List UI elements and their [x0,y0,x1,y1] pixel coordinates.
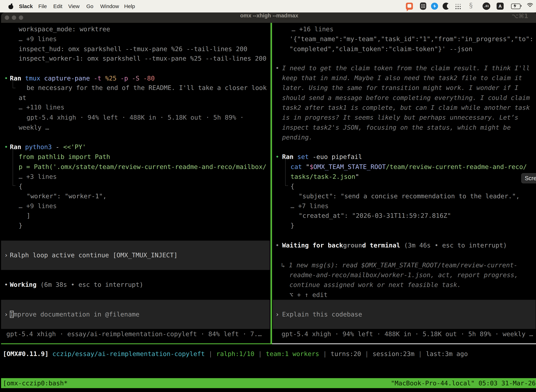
usage-line: weekly … [19,122,49,132]
thinking-text: should send a message before completing … [282,93,530,103]
menu-item-view[interactable]: View [68,0,80,13]
json-output: { [19,181,23,191]
waiting-bullet: • [275,240,279,250]
thinking-bullet: • [275,63,279,73]
mailbox-message: readme-and-reco/mailbox/worker-1.json, a… [289,270,518,280]
command-output: at [19,93,26,103]
menu-item-file[interactable]: File [38,0,47,13]
apple-logo-icon [9,4,13,9]
output-connector [13,186,15,186]
ran-command: Ran set -euo pipefail [282,152,362,162]
elided-lines: … +9 lines [19,201,57,211]
command-line: cat "$OMX_TEAM_STATE_ROOT/team/review-cu… [291,162,527,172]
json-output: } [291,220,294,230]
run-bullet: • [275,152,279,162]
thinking-text: inspect task2's JSON, focusing on the st… [282,122,511,132]
thinking-text: task2 after task1 is complete, but can I… [282,103,530,112]
output-connector [13,88,15,88]
input-source-icon[interactable]: A [497,3,504,10]
thinking-text: pending. [282,132,312,142]
elided-lines: … +3 lines [19,172,57,182]
right-pane-border [272,343,536,344]
apple-menu[interactable] [9,0,13,13]
ran-command: Ran python3 - <<'PY' [10,142,86,152]
tmux-status-bar: [omx-cczip0:bash* "MacBook-Pro-44.local"… [1,378,536,388]
screen-tooltip: Scre [521,173,536,183]
menu-item-help[interactable]: Help [124,0,135,13]
count-badge-icon[interactable]: ..61 [483,2,490,10]
window-title: omx --xhigh --madmax [1,13,536,23]
menu-item-app[interactable]: Slack [19,0,33,13]
code-line: p = Path('.omx/state/team/review-current… [19,162,266,172]
config-line: inspect_hud: omx sparkshell --tmux-pane … [19,44,247,54]
elided-lines: … +110 lines [19,102,64,112]
usage-line: gpt-5.4 xhigh · 94% left · 488K in · 5.1… [27,112,244,122]
elided-lines: … +9 lines [19,34,57,44]
battery-charging-icon[interactable] [511,4,521,9]
model-status-line: gpt-5.4 xhigh · essay/ai-reimplementatio… [6,329,262,339]
json-arg: '{"team_name":"my-team","task_id":"1","f… [289,34,533,44]
thinking-text: I need to get the claim token from the c… [282,63,530,73]
config-line: inspect_worker-1: omx sparkshell --tmux-… [19,53,266,63]
prompt-chevron: › [275,309,279,319]
command-output: be necessary for the end of the README. … [27,83,267,93]
window-titlebar: omx --xhigh --madmax ⌥⌘1 [1,13,536,23]
menu-item-window[interactable]: Window [100,0,119,13]
crescent-app-icon[interactable] [443,3,450,10]
thinking-text: is in progress? It seems likely but perh… [282,112,518,122]
shield-grid-icon[interactable] [420,2,426,10]
prompt-chevron: › [4,309,8,319]
model-status-line: gpt-5.4 xhigh · 94% left · 488K in · 5.1… [282,329,533,339]
wifi-icon[interactable] [526,3,534,9]
prompt-chevron: › [4,250,8,260]
json-arg: "completed","claim_token":"claim-token"}… [289,44,472,54]
tmux-host-clock: "MacBook-Pro-44.local" 05:03 31-Mar-26 [391,379,536,387]
json-output: "created_at": "2026-03-31T11:59:27.816Z" [299,210,451,221]
terminal-window: omx --xhigh --madmax ⌥⌘1 workspace_mode:… [1,13,536,392]
working-status: Working (6m 38s • esc to interrupt) [10,280,143,289]
mailbox-message: continue assigned work or next feasible … [289,280,461,290]
edit-hint: ⌥ + ↑ edit [289,290,328,300]
output-connector [13,149,13,186]
omx-session-status: [OMX#0.11.9] cczip/essay/ai-reimplementa… [3,349,468,359]
json-output: { [291,181,294,191]
ralph-loop-status: Ralph loop active continue [OMX_TMUX_INJ… [10,250,178,260]
ran-command: Ran tmux capture-pane -t %25 -p -S -80 [10,73,155,83]
dots-grid-icon[interactable] [455,4,456,5]
thinking-text: later. Using the same for transition mig… [282,83,518,93]
left-pane-border [1,343,270,344]
code-line: from pathlib import Path [19,152,110,162]
output-connector [285,186,288,186]
tmux-session-window: [omx-cczip0:bash* [3,379,67,387]
thinking-text: keep that in mind. Maybe I also need the… [282,73,522,83]
mailbox-message: ↳ 1 new msg(s): read $OMX_TEAM_STATE_ROO… [281,260,517,270]
elided-lines: … +7 lines [291,201,329,211]
elided-lines: … +16 lines [292,24,333,34]
waiting-status: Waiting for background terminal (3m 46s … [282,240,507,250]
json-output: "subject": "send a concise recommendatio… [299,191,520,201]
menu-item-go[interactable]: Go [86,0,93,13]
screen-sharing-icon[interactable] [406,3,413,10]
run-bullet: • [4,142,8,152]
menu-bar: Slack File Edit View Go Window Help § ..… [0,0,536,13]
menu-item-edit[interactable]: Edit [53,0,62,13]
hook-app-icon[interactable]: § [469,1,473,9]
json-output: "worker": "worker-1", [27,191,107,201]
config-line: workspace_mode: worktree [19,24,110,34]
command-line: tasks/task-2.json" [291,172,359,182]
run-bullet: • [4,73,8,83]
working-bullet: • [4,280,8,289]
prompt-suggestion: Improve documentation in @filename [10,309,139,319]
output-connector [285,159,286,186]
window-shortcut-badge: ⌥⌘1 [512,13,528,23]
pane-separator[interactable] [270,23,272,344]
json-output: } [19,220,23,230]
messenger-bolt-icon[interactable] [431,3,438,10]
prompt-suggestion: Explain this codebase [282,309,362,319]
json-output: ] [27,210,30,221]
